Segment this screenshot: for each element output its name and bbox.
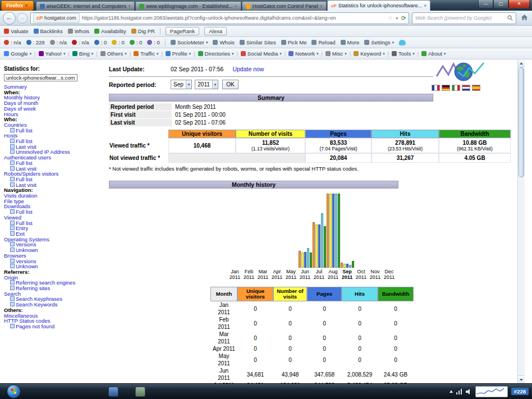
- menu-others[interactable]: Others▾: [100, 51, 127, 57]
- tab-close-icon[interactable]: ×: [128, 4, 131, 9]
- menu-about[interactable]: About▾: [421, 51, 446, 57]
- valuate-tool[interactable]: Valuate: [4, 28, 29, 34]
- menu-network[interactable]: Network▾: [288, 51, 318, 57]
- scroll-up-button[interactable]: [518, 59, 525, 67]
- tool-label: Backlinks: [40, 28, 63, 34]
- update-now-link[interactable]: Update now: [232, 66, 264, 72]
- flag-de-icon[interactable]: [442, 85, 450, 91]
- flag-fr-icon[interactable]: [432, 85, 440, 91]
- menu-misc[interactable]: Misc▾: [325, 51, 347, 57]
- search-placeholder[interactable]: Web Search (powered by Google): [415, 15, 505, 21]
- maximize-button[interactable]: ▢: [493, 0, 508, 8]
- back-button[interactable]: ←: [3, 12, 16, 25]
- more-button[interactable]: More: [341, 39, 360, 45]
- whois-button[interactable]: Whois: [213, 39, 234, 45]
- url-dropdown-icon[interactable]: ▼: [395, 16, 399, 20]
- bookmark-star-icon[interactable]: ☆: [388, 15, 393, 21]
- menu-bing[interactable]: Bing▾: [72, 51, 94, 57]
- sociometer-button[interactable]: SocioMeter▾: [171, 39, 208, 45]
- sidebar-link[interactable]: Referring sites: [16, 285, 50, 291]
- pagerank-button[interactable]: PageRank: [166, 27, 199, 35]
- yahoo-icon: [39, 51, 44, 56]
- chart-bar-bandwidth: [324, 226, 326, 268]
- forward-button[interactable]: →: [17, 13, 27, 24]
- network-icon[interactable]: [456, 387, 462, 397]
- scroll-down-button[interactable]: [518, 375, 525, 383]
- home-button[interactable]: [519, 13, 529, 23]
- ok-button[interactable]: OK: [222, 80, 238, 89]
- divider: [109, 76, 433, 77]
- viewed-hits-cell: 278,891(23.53 Hits/Visit): [372, 138, 439, 153]
- start-button[interactable]: [7, 384, 21, 398]
- settings-button[interactable]: Settings▾: [364, 39, 394, 45]
- search-box[interactable]: Web Search (powered by Google): [412, 12, 516, 24]
- separator: |: [350, 51, 351, 57]
- menu-label: Misc: [332, 51, 343, 57]
- tab-close-icon[interactable]: ×: [234, 4, 237, 9]
- tab-4[interactable]: cPStatistics for unlock-iphonesoftware..…: [327, 0, 430, 11]
- taskbar-app-icon[interactable]: [108, 387, 118, 397]
- minimize-button[interactable]: —: [478, 0, 493, 8]
- monthly-cell: 34,681: [237, 367, 273, 382]
- monthly-header-row: MonthUnique visitorsNumber of visitsPage…: [210, 287, 414, 301]
- tab-2[interactable]: www.wpblogmage.com - Established...×: [135, 1, 241, 11]
- flag-nl-icon[interactable]: [462, 85, 470, 91]
- similar-sites-button[interactable]: Similar Sites: [240, 39, 276, 45]
- url-bar[interactable]: cP hostgator.com https://gator1186.hostg…: [30, 12, 409, 24]
- tab-3[interactable]: HostGator.com Control Panel×: [242, 1, 327, 11]
- menu-social-media[interactable]: Social Media▾: [241, 51, 282, 57]
- tab-1[interactable]: wiseGEEK: Internet and Computers×: [36, 1, 135, 11]
- twitter-icon[interactable]: [399, 40, 406, 45]
- window-icon: [10, 324, 15, 328]
- month-select[interactable]: Sep ▾: [171, 80, 192, 89]
- reload-icon[interactable]: ⟳: [401, 15, 406, 21]
- menu-google[interactable]: Google▾: [4, 51, 31, 57]
- alexa-button[interactable]: Alexa: [204, 27, 227, 35]
- year-select[interactable]: 2011 ▾: [195, 80, 218, 89]
- summary-column-header-bandwidth: Bandwidth: [439, 130, 511, 138]
- not-viewed-empty-cell: [168, 153, 305, 163]
- tab-close-icon[interactable]: ×: [424, 3, 426, 8]
- menu-keyword[interactable]: Keyword▾: [354, 51, 384, 57]
- menu-yahoo[interactable]: Yahoo!▾: [39, 51, 66, 57]
- menu-traffic[interactable]: Traffic▾: [134, 51, 158, 57]
- tray-sparkline[interactable]: [475, 386, 508, 397]
- taskbar-app-icon[interactable]: [135, 387, 145, 397]
- volume-icon[interactable]: [466, 387, 472, 397]
- separator: |: [321, 51, 322, 57]
- url-text[interactable]: https://gator1186.hostgator.com:2083/aws…: [82, 15, 386, 21]
- monthly-cell: Jun 2011: [210, 367, 237, 382]
- firefox-menu-button[interactable]: Firefox ▾: [1, 1, 34, 11]
- dig-pr-tool[interactable]: Dig PR: [131, 28, 155, 34]
- pick-me-button[interactable]: Pick Me: [281, 39, 307, 45]
- show-hidden-icons-icon[interactable]: [450, 390, 453, 393]
- sidebar-link[interactable]: Full list: [16, 127, 33, 134]
- flag-es-icon[interactable]: [472, 85, 480, 91]
- site-identity-chip[interactable]: cP hostgator.com: [33, 13, 80, 23]
- search-icon[interactable]: [507, 13, 513, 23]
- close-button[interactable]: ✕: [508, 0, 530, 8]
- chart-bar-number-of-visits: [315, 224, 318, 268]
- menu-tools[interactable]: Tools▾: [392, 51, 415, 57]
- scrollbar-thumb[interactable]: [519, 67, 524, 177]
- menu-directories[interactable]: Directories▾: [198, 51, 234, 57]
- availability-tool[interactable]: Availability: [94, 28, 126, 34]
- monthly-cell: Mar 2011: [210, 331, 237, 345]
- backlinks-tool[interactable]: Backlinks: [34, 28, 63, 34]
- reload-button[interactable]: Reload: [311, 39, 335, 45]
- last-update-label: Last Update:: [109, 66, 171, 72]
- tab-close-icon[interactable]: ×: [320, 4, 323, 9]
- not-viewed-hits-cell: 31,267: [372, 153, 439, 163]
- monthly-cell: Jan 2011: [210, 301, 237, 316]
- sidebar-item-days-of-week: Days of week: [4, 106, 102, 112]
- menu-profile[interactable]: Profile▾: [166, 51, 191, 57]
- arrow-up-icon: [520, 62, 523, 65]
- whois-tool[interactable]: Whois: [68, 28, 89, 34]
- flag-it-icon[interactable]: [452, 85, 460, 91]
- vertical-scrollbar[interactable]: [517, 59, 525, 383]
- metric-item: : n/a: [50, 39, 67, 45]
- chevron-down-icon: ▾: [392, 40, 395, 45]
- social-media-icon: [241, 51, 246, 56]
- monthly-cell: 347,658: [307, 367, 342, 382]
- sidebar-link[interactable]: Pages not found: [16, 323, 54, 329]
